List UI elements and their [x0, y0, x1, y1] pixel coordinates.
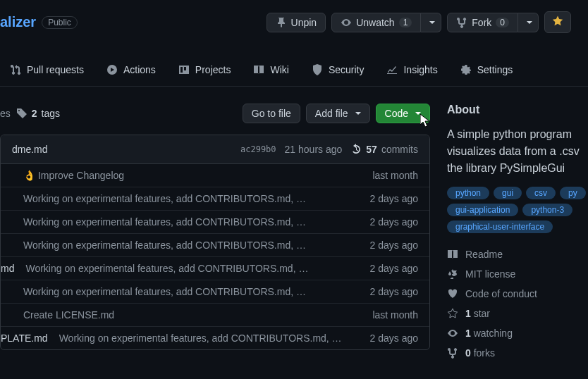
topic-tag[interactable]: gui-application	[447, 204, 518, 216]
fork-count: 0	[496, 18, 509, 27]
commit-time: last month	[372, 170, 418, 181]
code-button[interactable]: Code	[376, 104, 430, 123]
file-row[interactable]: Working on experimental features, add CO…	[1, 211, 429, 234]
fork-button[interactable]: Fork 0	[447, 13, 518, 32]
about-description: A simple python program visualizes data …	[447, 126, 588, 177]
tab-label: Security	[329, 64, 365, 75]
topic-tag[interactable]: py	[560, 187, 586, 199]
commit-message[interactable]: Working on experimental features, add CO…	[23, 216, 359, 228]
topic-tag[interactable]: gui	[494, 187, 522, 199]
watching-link[interactable]: 1 watching	[447, 323, 588, 343]
file-row[interactable]: Working on experimental features, add CO…	[1, 187, 429, 211]
topic-tag[interactable]: python-3	[522, 204, 572, 216]
commit-message[interactable]: Working on experimental features, add CO…	[23, 193, 359, 204]
tags-count: 2	[32, 108, 37, 119]
watch-button-group: Unwatch 1	[331, 13, 441, 32]
unpin-button[interactable]: Unpin	[267, 13, 326, 32]
add-file-label: Add file	[315, 108, 348, 119]
code-of-conduct-icon	[447, 288, 458, 299]
chevron-down-icon	[429, 21, 435, 24]
commit-message[interactable]: Working on experimental features, add CO…	[23, 286, 359, 297]
commit-time: 2 days ago	[370, 333, 419, 344]
topic-tag[interactable]: csv	[526, 187, 556, 199]
tags-link[interactable]: 2 tags	[16, 108, 60, 119]
add-file-button[interactable]: Add file	[306, 104, 370, 123]
file-row[interactable]: PLATE.mdWorking on experimental features…	[1, 327, 429, 349]
tab-label: Pull requests	[27, 64, 84, 75]
star-button[interactable]	[544, 11, 571, 33]
star-icon	[552, 15, 563, 27]
tab-settings[interactable]: Settings	[451, 58, 523, 81]
readme-label: Readme	[465, 249, 503, 260]
book-icon	[253, 64, 264, 75]
coc-link[interactable]: Code of conduct	[447, 284, 588, 304]
eye-icon	[447, 328, 458, 339]
tab-actions[interactable]: Actions	[97, 58, 166, 81]
branches-fragment: es	[0, 108, 11, 119]
watch-menu-button[interactable]	[421, 13, 441, 32]
topics-list: pythonguicsvpygui-applicationpython-3gra…	[447, 187, 588, 233]
fork-icon	[447, 347, 458, 359]
readme-icon	[447, 249, 458, 260]
coc-label: Code of conduct	[465, 288, 537, 299]
tab-projects[interactable]: Projects	[169, 58, 241, 81]
stars-link[interactable]: 1 star	[447, 304, 588, 323]
commit-message[interactable]: Working on experimental features, add CO…	[23, 240, 359, 251]
play-icon	[106, 64, 118, 75]
unwatch-button[interactable]: Unwatch 1	[331, 13, 421, 32]
visibility-badge: Public	[42, 16, 78, 29]
commit-message[interactable]: 👌 Improve Changelog	[23, 170, 361, 181]
tab-insights[interactable]: Insights	[376, 58, 447, 81]
fork-label: Fork	[472, 17, 491, 28]
law-icon	[447, 268, 458, 280]
commit-message[interactable]: Working on experimental features, add CO…	[59, 333, 359, 344]
tag-icon	[16, 108, 27, 119]
commit-time: 2 days ago	[370, 286, 419, 297]
repo-header: alizer Public Unpin Unwatch 1 Fork 0	[0, 0, 588, 33]
commit-time: last month	[372, 309, 418, 321]
fork-icon	[456, 17, 467, 28]
tab-security[interactable]: Security	[302, 58, 374, 81]
file-row[interactable]: Working on experimental features, add CO…	[1, 234, 429, 257]
forks-link[interactable]: 0 forks	[447, 343, 588, 363]
sidebar: About A simple python program visualizes…	[447, 104, 588, 363]
file-row[interactable]: 👌 Improve Changeloglast month	[1, 164, 429, 187]
latest-commit-filename: dme.md	[12, 144, 232, 155]
readme-link[interactable]: Readme	[447, 244, 588, 264]
project-icon	[178, 64, 190, 75]
chevron-down-icon	[415, 112, 421, 115]
commits-link[interactable]: 57 commits	[350, 144, 418, 155]
license-link[interactable]: MIT license	[447, 264, 588, 284]
commit-time: 2 days ago	[370, 240, 419, 251]
file-name: md	[1, 263, 14, 274]
pull-request-icon	[10, 64, 21, 75]
repo-meta-list: Readme MIT license Code of conduct 1 sta…	[447, 244, 588, 363]
topic-tag[interactable]: python	[447, 187, 489, 199]
tab-wiki[interactable]: Wiki	[243, 58, 298, 81]
commit-message[interactable]: Create LICENSE.md	[23, 309, 361, 321]
code-label: Code	[385, 108, 408, 119]
file-row[interactable]: mdWorking on experimental features, add …	[1, 257, 429, 280]
unpin-label: Unpin	[291, 17, 317, 28]
commit-time: 2 days ago	[370, 193, 419, 204]
commit-sha[interactable]: ac299b0	[240, 144, 276, 154]
commit-time: 2 days ago	[370, 263, 419, 274]
forks-count: 0	[465, 347, 471, 359]
repo-tabs: Pull requests Actions Projects Wiki Secu…	[0, 53, 588, 87]
file-row[interactable]: Create LICENSE.mdlast month	[1, 304, 429, 327]
commit-message[interactable]: Working on experimental features, add CO…	[25, 263, 358, 274]
tab-label: Wiki	[270, 64, 288, 75]
topic-tag[interactable]: graphical-user-interface	[447, 220, 553, 233]
repo-name-link[interactable]: alizer	[0, 14, 36, 30]
tab-pull-requests[interactable]: Pull requests	[0, 58, 94, 81]
forks-label: forks	[474, 347, 495, 359]
pin-icon	[276, 17, 287, 28]
star-outline-icon	[447, 308, 458, 319]
go-to-file-button[interactable]: Go to file	[243, 104, 300, 123]
stars-label: star	[474, 308, 490, 319]
file-row[interactable]: Working on experimental features, add CO…	[1, 280, 429, 304]
stars-count: 1	[465, 308, 471, 319]
tags-label: tags	[42, 108, 60, 119]
fork-menu-button[interactable]	[518, 13, 539, 32]
file-navigation-bar: es 2 tags Go to file Add file Code	[0, 104, 430, 123]
